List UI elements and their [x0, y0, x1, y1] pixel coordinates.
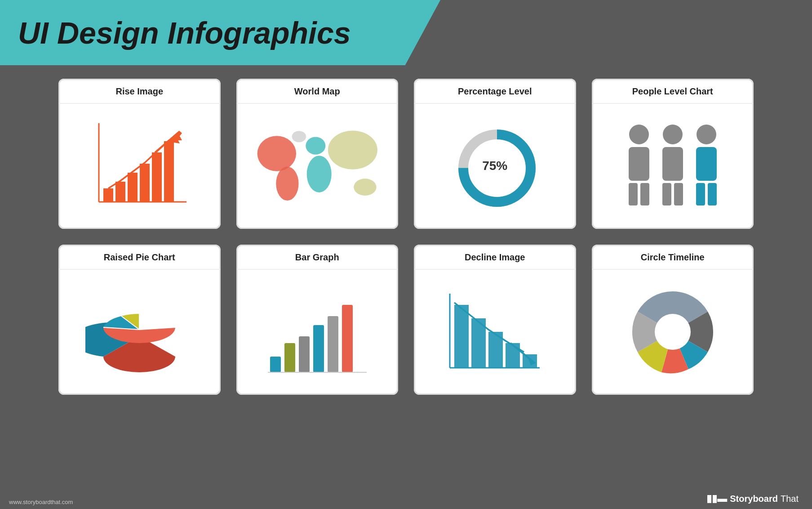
svg-point-54 [655, 314, 691, 350]
world-map-svg [247, 116, 388, 215]
card-label-raised-pie-chart: Raised Pie Chart [104, 252, 175, 262]
card-percentage-level: Percentage Level 75% [414, 79, 576, 229]
svg-rect-24 [629, 183, 638, 205]
footer-logo-bold: Storyboard [730, 494, 778, 504]
svg-point-26 [663, 125, 683, 144]
card-people-level-chart: People Level Chart [592, 79, 754, 229]
card-raised-pie-chart: Raised Pie Chart [58, 245, 221, 395]
svg-rect-47 [454, 305, 469, 368]
svg-rect-5 [140, 164, 150, 202]
svg-point-12 [257, 136, 296, 171]
svg-point-30 [697, 125, 716, 144]
card-label-people-level-chart: People Level Chart [632, 86, 713, 96]
bar-graph-svg [261, 285, 373, 379]
card-decline-image: Decline Image [414, 245, 576, 395]
people-chart-svg [614, 116, 731, 215]
card-rise-image: Rise Image [58, 79, 221, 229]
card-body-circle-timeline [592, 269, 754, 395]
card-header-decline-image: Decline Image [414, 245, 576, 269]
svg-rect-3 [115, 182, 125, 202]
svg-rect-6 [152, 152, 162, 202]
footer-logo: ▮▮▬ StoryboardThat [706, 493, 799, 505]
storyboard-icon: ▮▮▬ [706, 493, 727, 505]
svg-rect-32 [696, 183, 705, 205]
card-label-decline-image: Decline Image [465, 252, 525, 262]
card-circle-timeline: Circle Timeline [592, 245, 754, 395]
card-header-percentage-level: Percentage Level [414, 79, 576, 103]
card-header-people-level-chart: People Level Chart [592, 79, 754, 103]
svg-point-16 [328, 130, 377, 169]
svg-rect-27 [662, 147, 683, 181]
svg-rect-2 [103, 188, 113, 202]
card-header-bar-graph: Bar Graph [236, 245, 399, 269]
svg-rect-39 [284, 343, 295, 372]
cards-grid: Rise Image [58, 79, 754, 395]
footer-website-text: www.storyboardthat.com [9, 499, 73, 505]
decline-chart-svg [441, 285, 549, 379]
svg-rect-41 [313, 325, 324, 372]
card-body-bar-graph [236, 269, 399, 395]
svg-rect-25 [640, 183, 649, 205]
footer-logo-normal: That [781, 494, 799, 504]
svg-rect-43 [342, 305, 353, 372]
svg-rect-31 [696, 147, 717, 181]
svg-rect-7 [164, 141, 174, 202]
svg-rect-42 [328, 316, 338, 372]
donut-chart: 75% [454, 125, 535, 206]
card-body-people-level-chart [592, 103, 754, 229]
svg-point-15 [306, 156, 331, 192]
card-bar-graph: Bar Graph [236, 245, 399, 395]
svg-rect-28 [662, 183, 671, 205]
footer-website: www.storyboardthat.com [9, 499, 73, 505]
svg-rect-38 [270, 357, 281, 372]
card-header-world-map: World Map [236, 79, 399, 103]
svg-rect-23 [629, 147, 649, 181]
svg-point-14 [306, 137, 325, 154]
svg-point-17 [354, 179, 376, 196]
donut-text: 75% [482, 159, 507, 173]
pie-chart-svg [85, 287, 193, 377]
card-body-decline-image [414, 269, 576, 395]
rise-chart-svg [88, 119, 191, 213]
svg-rect-40 [299, 336, 310, 372]
card-label-percentage-level: Percentage Level [458, 86, 532, 96]
header-banner: UI Design Infographics [0, 0, 440, 65]
page-title: UI Design Infographics [18, 15, 351, 50]
card-body-world-map [236, 103, 399, 229]
svg-point-13 [276, 166, 298, 200]
card-header-rise-image: Rise Image [58, 79, 221, 103]
circle-timeline-svg [626, 285, 720, 379]
svg-rect-50 [506, 343, 520, 368]
svg-point-22 [629, 125, 649, 144]
card-label-circle-timeline: Circle Timeline [641, 252, 705, 262]
svg-rect-29 [674, 183, 683, 205]
card-label-bar-graph: Bar Graph [295, 252, 339, 262]
svg-rect-33 [708, 183, 717, 205]
card-label-rise-image: Rise Image [115, 86, 163, 96]
card-header-raised-pie-chart: Raised Pie Chart [58, 245, 221, 269]
card-header-circle-timeline: Circle Timeline [592, 245, 754, 269]
card-world-map: World Map [236, 79, 399, 229]
card-body-percentage-level: 75% [414, 103, 576, 229]
card-label-world-map: World Map [294, 86, 340, 96]
svg-point-18 [292, 131, 306, 142]
card-body-rise-image [58, 103, 221, 229]
card-body-raised-pie-chart [58, 269, 221, 395]
svg-rect-4 [128, 173, 138, 202]
